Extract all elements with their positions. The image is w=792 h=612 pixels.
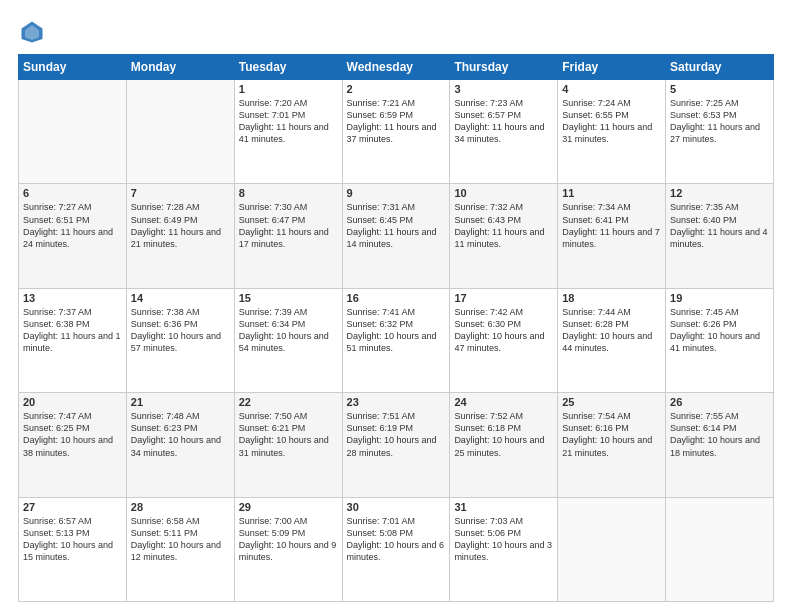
day-of-week-header: Wednesday: [342, 55, 450, 80]
day-info: Sunrise: 6:58 AM Sunset: 5:11 PM Dayligh…: [131, 515, 230, 564]
calendar-cell: 4Sunrise: 7:24 AM Sunset: 6:55 PM Daylig…: [558, 80, 666, 184]
day-number: 24: [454, 396, 553, 408]
day-info: Sunrise: 7:50 AM Sunset: 6:21 PM Dayligh…: [239, 410, 338, 459]
day-info: Sunrise: 6:57 AM Sunset: 5:13 PM Dayligh…: [23, 515, 122, 564]
day-number: 6: [23, 187, 122, 199]
day-number: 29: [239, 501, 338, 513]
calendar-cell: 14Sunrise: 7:38 AM Sunset: 6:36 PM Dayli…: [126, 288, 234, 392]
calendar-cell: [126, 80, 234, 184]
day-info: Sunrise: 7:32 AM Sunset: 6:43 PM Dayligh…: [454, 201, 553, 250]
day-info: Sunrise: 7:01 AM Sunset: 5:08 PM Dayligh…: [347, 515, 446, 564]
day-number: 17: [454, 292, 553, 304]
day-info: Sunrise: 7:27 AM Sunset: 6:51 PM Dayligh…: [23, 201, 122, 250]
day-info: Sunrise: 7:44 AM Sunset: 6:28 PM Dayligh…: [562, 306, 661, 355]
day-number: 18: [562, 292, 661, 304]
day-number: 1: [239, 83, 338, 95]
calendar-week-row: 6Sunrise: 7:27 AM Sunset: 6:51 PM Daylig…: [19, 184, 774, 288]
day-info: Sunrise: 7:54 AM Sunset: 6:16 PM Dayligh…: [562, 410, 661, 459]
day-info: Sunrise: 7:21 AM Sunset: 6:59 PM Dayligh…: [347, 97, 446, 146]
calendar-cell: 23Sunrise: 7:51 AM Sunset: 6:19 PM Dayli…: [342, 393, 450, 497]
day-number: 9: [347, 187, 446, 199]
day-number: 20: [23, 396, 122, 408]
calendar-cell: 7Sunrise: 7:28 AM Sunset: 6:49 PM Daylig…: [126, 184, 234, 288]
page: SundayMondayTuesdayWednesdayThursdayFrid…: [0, 0, 792, 612]
calendar-cell: [558, 497, 666, 601]
calendar-cell: 10Sunrise: 7:32 AM Sunset: 6:43 PM Dayli…: [450, 184, 558, 288]
day-info: Sunrise: 7:47 AM Sunset: 6:25 PM Dayligh…: [23, 410, 122, 459]
day-number: 5: [670, 83, 769, 95]
day-number: 16: [347, 292, 446, 304]
day-info: Sunrise: 7:31 AM Sunset: 6:45 PM Dayligh…: [347, 201, 446, 250]
calendar-cell: 15Sunrise: 7:39 AM Sunset: 6:34 PM Dayli…: [234, 288, 342, 392]
calendar-cell: [666, 497, 774, 601]
calendar-cell: 13Sunrise: 7:37 AM Sunset: 6:38 PM Dayli…: [19, 288, 127, 392]
calendar-week-row: 1Sunrise: 7:20 AM Sunset: 7:01 PM Daylig…: [19, 80, 774, 184]
day-info: Sunrise: 7:52 AM Sunset: 6:18 PM Dayligh…: [454, 410, 553, 459]
calendar-cell: 11Sunrise: 7:34 AM Sunset: 6:41 PM Dayli…: [558, 184, 666, 288]
day-number: 23: [347, 396, 446, 408]
day-info: Sunrise: 7:00 AM Sunset: 5:09 PM Dayligh…: [239, 515, 338, 564]
calendar-cell: 12Sunrise: 7:35 AM Sunset: 6:40 PM Dayli…: [666, 184, 774, 288]
day-number: 12: [670, 187, 769, 199]
day-info: Sunrise: 7:45 AM Sunset: 6:26 PM Dayligh…: [670, 306, 769, 355]
day-info: Sunrise: 7:48 AM Sunset: 6:23 PM Dayligh…: [131, 410, 230, 459]
calendar-cell: 24Sunrise: 7:52 AM Sunset: 6:18 PM Dayli…: [450, 393, 558, 497]
day-number: 27: [23, 501, 122, 513]
day-number: 14: [131, 292, 230, 304]
day-number: 10: [454, 187, 553, 199]
logo-icon: [18, 18, 46, 46]
day-info: Sunrise: 7:03 AM Sunset: 5:06 PM Dayligh…: [454, 515, 553, 564]
day-of-week-header: Saturday: [666, 55, 774, 80]
calendar-cell: 2Sunrise: 7:21 AM Sunset: 6:59 PM Daylig…: [342, 80, 450, 184]
calendar-week-row: 13Sunrise: 7:37 AM Sunset: 6:38 PM Dayli…: [19, 288, 774, 392]
day-info: Sunrise: 7:51 AM Sunset: 6:19 PM Dayligh…: [347, 410, 446, 459]
day-number: 13: [23, 292, 122, 304]
day-number: 21: [131, 396, 230, 408]
calendar-cell: 28Sunrise: 6:58 AM Sunset: 5:11 PM Dayli…: [126, 497, 234, 601]
day-info: Sunrise: 7:24 AM Sunset: 6:55 PM Dayligh…: [562, 97, 661, 146]
day-number: 26: [670, 396, 769, 408]
day-of-week-header: Thursday: [450, 55, 558, 80]
calendar-cell: 26Sunrise: 7:55 AM Sunset: 6:14 PM Dayli…: [666, 393, 774, 497]
day-info: Sunrise: 7:28 AM Sunset: 6:49 PM Dayligh…: [131, 201, 230, 250]
day-number: 8: [239, 187, 338, 199]
day-info: Sunrise: 7:23 AM Sunset: 6:57 PM Dayligh…: [454, 97, 553, 146]
calendar-cell: 25Sunrise: 7:54 AM Sunset: 6:16 PM Dayli…: [558, 393, 666, 497]
calendar-cell: 21Sunrise: 7:48 AM Sunset: 6:23 PM Dayli…: [126, 393, 234, 497]
day-info: Sunrise: 7:39 AM Sunset: 6:34 PM Dayligh…: [239, 306, 338, 355]
day-info: Sunrise: 7:38 AM Sunset: 6:36 PM Dayligh…: [131, 306, 230, 355]
day-number: 28: [131, 501, 230, 513]
day-number: 31: [454, 501, 553, 513]
calendar-cell: 18Sunrise: 7:44 AM Sunset: 6:28 PM Dayli…: [558, 288, 666, 392]
day-info: Sunrise: 7:55 AM Sunset: 6:14 PM Dayligh…: [670, 410, 769, 459]
calendar-cell: 5Sunrise: 7:25 AM Sunset: 6:53 PM Daylig…: [666, 80, 774, 184]
calendar-cell: 16Sunrise: 7:41 AM Sunset: 6:32 PM Dayli…: [342, 288, 450, 392]
calendar-cell: 8Sunrise: 7:30 AM Sunset: 6:47 PM Daylig…: [234, 184, 342, 288]
day-info: Sunrise: 7:42 AM Sunset: 6:30 PM Dayligh…: [454, 306, 553, 355]
calendar-cell: 17Sunrise: 7:42 AM Sunset: 6:30 PM Dayli…: [450, 288, 558, 392]
calendar-table: SundayMondayTuesdayWednesdayThursdayFrid…: [18, 54, 774, 602]
day-of-week-header: Tuesday: [234, 55, 342, 80]
day-number: 22: [239, 396, 338, 408]
day-of-week-header: Friday: [558, 55, 666, 80]
calendar-cell: 31Sunrise: 7:03 AM Sunset: 5:06 PM Dayli…: [450, 497, 558, 601]
calendar-cell: 29Sunrise: 7:00 AM Sunset: 5:09 PM Dayli…: [234, 497, 342, 601]
calendar-cell: 6Sunrise: 7:27 AM Sunset: 6:51 PM Daylig…: [19, 184, 127, 288]
calendar-header-row: SundayMondayTuesdayWednesdayThursdayFrid…: [19, 55, 774, 80]
logo: [18, 18, 50, 46]
day-number: 25: [562, 396, 661, 408]
day-info: Sunrise: 7:34 AM Sunset: 6:41 PM Dayligh…: [562, 201, 661, 250]
day-number: 7: [131, 187, 230, 199]
day-number: 19: [670, 292, 769, 304]
calendar-cell: 30Sunrise: 7:01 AM Sunset: 5:08 PM Dayli…: [342, 497, 450, 601]
calendar-cell: 22Sunrise: 7:50 AM Sunset: 6:21 PM Dayli…: [234, 393, 342, 497]
day-number: 15: [239, 292, 338, 304]
day-of-week-header: Sunday: [19, 55, 127, 80]
day-of-week-header: Monday: [126, 55, 234, 80]
day-info: Sunrise: 7:25 AM Sunset: 6:53 PM Dayligh…: [670, 97, 769, 146]
day-number: 11: [562, 187, 661, 199]
day-number: 3: [454, 83, 553, 95]
calendar-cell: 9Sunrise: 7:31 AM Sunset: 6:45 PM Daylig…: [342, 184, 450, 288]
calendar-cell: 3Sunrise: 7:23 AM Sunset: 6:57 PM Daylig…: [450, 80, 558, 184]
calendar-cell: 27Sunrise: 6:57 AM Sunset: 5:13 PM Dayli…: [19, 497, 127, 601]
